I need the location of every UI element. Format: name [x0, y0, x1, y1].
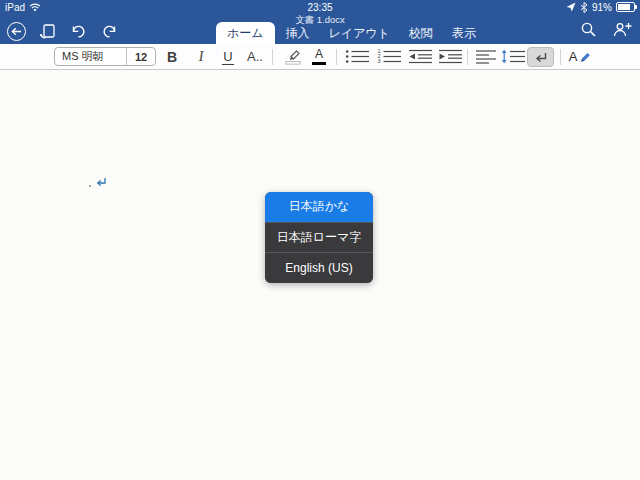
- highlighter-icon: [284, 48, 302, 65]
- font-selector[interactable]: MS 明朝 12: [54, 47, 156, 66]
- tab-home[interactable]: ホーム: [216, 22, 275, 44]
- numbering-button[interactable]: 1 2 3: [375, 44, 403, 69]
- divider: [560, 49, 561, 65]
- add-person-icon: [613, 21, 632, 37]
- bold-button[interactable]: B: [160, 44, 184, 69]
- search-button[interactable]: [578, 19, 598, 39]
- device-label: iPad: [5, 2, 25, 13]
- ime-option-japanese-kana[interactable]: 日本語かな: [265, 192, 373, 222]
- line-spacing-button[interactable]: [499, 44, 527, 69]
- nav-right-buttons: [578, 19, 632, 39]
- bullets-button[interactable]: [343, 44, 371, 69]
- numbered-list-icon: 1 2 3: [377, 49, 402, 64]
- decrease-indent-button[interactable]: [406, 44, 434, 69]
- font-color-letter: A: [315, 48, 323, 60]
- tab-insert[interactable]: 挿入: [278, 22, 318, 44]
- word-ipad-screen: iPad 23:35 91% 文書 1.docx: [0, 0, 640, 480]
- divider: [336, 49, 337, 65]
- styles-letter: A: [569, 49, 578, 64]
- formatting-marks-toggle[interactable]: [527, 47, 554, 67]
- bullet-list-icon: [345, 49, 370, 64]
- redo-icon: [101, 24, 118, 39]
- bluetooth-icon: [580, 2, 588, 13]
- wifi-icon: [29, 3, 41, 12]
- ime-option-english-us[interactable]: English (US): [265, 252, 373, 283]
- back-button[interactable]: [6, 21, 26, 41]
- tab-layout[interactable]: レイアウト: [321, 22, 398, 44]
- cursor-dot: [89, 185, 91, 187]
- outdent-icon: [408, 49, 433, 64]
- ios-status-bar: iPad 23:35 91%: [0, 0, 640, 14]
- document-canvas[interactable]: 日本語かな 日本語ローマ字 English (US): [0, 70, 640, 480]
- paragraph-end-mark-icon: [95, 176, 107, 188]
- share-people-button[interactable]: [612, 19, 632, 39]
- font-color-swatch: [312, 62, 326, 65]
- underline-button[interactable]: U: [216, 44, 240, 69]
- divider: [272, 49, 273, 65]
- font-size-value[interactable]: 12: [126, 48, 155, 65]
- ribbon-tabs: ホーム 挿入 レイアウト 校閲 表示: [216, 22, 484, 44]
- undo-button[interactable]: [68, 21, 88, 41]
- search-icon: [580, 21, 597, 38]
- font-name-value: MS 明朝: [55, 49, 126, 64]
- status-clock: 23:35: [0, 2, 640, 13]
- align-left-icon: [475, 49, 497, 64]
- home-ribbon-toolbar: MS 明朝 12 B I U A.. A: [0, 44, 640, 70]
- alignment-button[interactable]: [473, 44, 499, 69]
- redo-button[interactable]: [99, 21, 119, 41]
- ime-option-japanese-romaji[interactable]: 日本語ローマ字: [265, 222, 373, 253]
- divider: [467, 49, 468, 65]
- status-right: 91%: [566, 2, 635, 13]
- battery-percent: 91%: [592, 2, 612, 13]
- tab-review[interactable]: 校閲: [401, 22, 441, 44]
- more-formatting-button[interactable]: A..: [242, 44, 268, 69]
- svg-text:3: 3: [377, 58, 380, 64]
- paragraph-mark-icon: [533, 51, 548, 64]
- highlight-button[interactable]: [280, 44, 306, 69]
- save-icon: [39, 23, 56, 40]
- undo-icon: [70, 24, 87, 39]
- status-left: iPad: [5, 2, 41, 13]
- style-pen-icon: [578, 50, 591, 63]
- nav-left-buttons: [6, 20, 119, 42]
- keyboard-language-popup: 日本語かな 日本語ローマ字 English (US): [265, 192, 373, 283]
- italic-button[interactable]: I: [189, 44, 213, 69]
- font-color-button[interactable]: A: [307, 44, 331, 69]
- increase-indent-button[interactable]: [436, 44, 464, 69]
- save-button[interactable]: [37, 21, 57, 41]
- battery-icon: [616, 2, 635, 12]
- title-bar: 文書 1.docx: [0, 14, 640, 44]
- tab-view[interactable]: 表示: [444, 22, 484, 44]
- location-icon: [566, 2, 576, 12]
- back-icon: [7, 22, 26, 41]
- styles-button[interactable]: A: [565, 44, 595, 69]
- indent-icon: [438, 49, 463, 64]
- line-spacing-icon: [501, 49, 526, 64]
